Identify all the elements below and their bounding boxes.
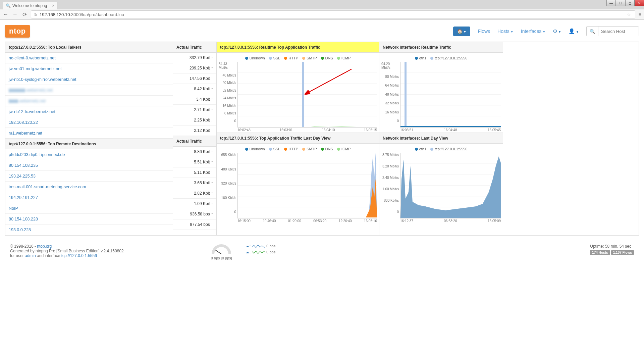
table-row: 2.12 Kbit ↑: [173, 126, 216, 136]
actual-traffic-header: Actual Traffic: [173, 42, 216, 53]
legend-item: ICMP: [337, 147, 351, 151]
legend-item: SMTP: [302, 147, 317, 151]
table-row: 936.58 bps ↑: [173, 209, 216, 219]
arrow-up-icon: ↑: [211, 55, 213, 60]
tab-strip: 🔍 Welcome to ntopng ×: [0, 0, 644, 9]
close-icon[interactable]: ×: [52, 3, 54, 8]
table-row: 192.168.120.22: [5, 117, 173, 128]
table-row: 193.0.0.228: [5, 225, 173, 235]
host-link[interactable]: ▮▮▮▮.webernetz.net: [9, 99, 46, 103]
host-link[interactable]: ra1.webernetz.net: [9, 131, 42, 136]
cloud-down-icon: ☁↓: [246, 250, 251, 254]
window-restore-button[interactable]: ❐: [616, 0, 625, 6]
table-row: 332.79 Kbit ↑: [173, 53, 216, 63]
table-row: ra1.webernetz.net: [5, 128, 173, 139]
nav-flows[interactable]: Flows: [478, 29, 490, 34]
arrow-up-icon: ↑: [211, 97, 213, 102]
table-row: NoIP: [5, 203, 173, 214]
app-traffic-column: tcp://127.0.0.1:5556: Realtime Top Appli…: [217, 42, 379, 235]
browser-menu-icon[interactable]: ≡: [639, 12, 641, 17]
window-close-button[interactable]: ✕: [635, 0, 644, 6]
home-button[interactable]: 🏠▼: [453, 27, 471, 36]
host-link[interactable]: NoIP: [9, 206, 18, 211]
arrow-up-icon: ↑: [211, 181, 213, 185]
ntop-link[interactable]: ntop.org: [37, 244, 52, 249]
host-link[interactable]: 80.154.108.228: [9, 217, 38, 221]
window-minimize-button[interactable]: —: [606, 0, 616, 6]
table-row: jw-nb12-lx.webernetz.net: [5, 106, 173, 117]
arrow-up-icon: ↑: [211, 170, 213, 175]
table-row: 3.4 Kbit ↑: [173, 94, 216, 105]
table-row: 80.154.108.235: [5, 160, 173, 171]
legend-item: ICMP: [337, 56, 351, 60]
legend-item: Unknown: [245, 56, 265, 60]
hosts-badge[interactable]: 174 Hosts: [590, 250, 610, 255]
traffic-value: 3.65 Kbit ↑: [173, 178, 216, 188]
home-icon: 🏠: [457, 29, 463, 34]
forward-icon[interactable]: →: [12, 11, 18, 17]
host-link[interactable]: nc-client-0.webernetz.net: [9, 56, 56, 60]
traffic-value: 2.71 Kbit ↑: [173, 105, 216, 115]
interface-column: Network Interfaces: Realtime Traffic eth…: [379, 42, 503, 235]
search-icon[interactable]: 🔍: [587, 27, 598, 36]
interface-link[interactable]: tcp://127.0.0.1:5556: [61, 253, 97, 258]
traffic-value: 5.51 Kbit ↑: [173, 157, 216, 167]
flows-badge[interactable]: 1,107 Flows: [611, 250, 634, 255]
ssl-spike: [302, 62, 304, 127]
table-row: 2.71 Kbit ↑: [173, 105, 216, 115]
footer-right: Uptime: 58 min, 54 sec 174 Hosts 1,107 F…: [590, 244, 634, 255]
table-row: 80.154.108.228: [5, 214, 173, 225]
host-link[interactable]: 194.29.191.227: [9, 195, 38, 200]
host-link[interactable]: jw-nb12-lx.webernetz.net: [9, 109, 55, 114]
arrow-up-icon: ↑: [211, 212, 213, 216]
host-link[interactable]: tms-mail-001.smart-metering-service.com: [9, 185, 86, 189]
traffic-value: 2.12 Kbit ↑: [173, 126, 216, 136]
search-icon: 🔍: [6, 3, 11, 8]
back-icon[interactable]: ←: [3, 11, 9, 17]
host-link[interactable]: 80.154.108.235: [9, 163, 38, 168]
reload-icon[interactable]: ⟳: [21, 11, 28, 18]
address-bar[interactable]: 🗎 192.168.120.10:3000/lua/pro/dashboard.…: [31, 10, 635, 18]
user-icon[interactable]: 👤▼: [569, 28, 579, 34]
window-buttons: — ❐ ◻ ✕: [606, 0, 644, 6]
host-link[interactable]: 193.0.0.228: [9, 228, 31, 232]
traffic-value: 1.09 Kbit ↑: [173, 199, 216, 209]
search-input[interactable]: [598, 27, 639, 36]
legend-item: SSL: [269, 147, 280, 151]
uptime-text: Uptime: 58 min, 54 sec: [590, 244, 634, 249]
url-host: 192.168.120.10: [40, 12, 70, 17]
svg-line-1: [215, 250, 221, 254]
nav-hosts[interactable]: Hosts: [497, 29, 509, 34]
legend-item: HTTP: [284, 56, 298, 60]
footer-left: © 1998-2016 - ntop.org Generated by ntop…: [10, 244, 124, 258]
arrow-down-icon: ↓: [211, 118, 213, 122]
traffic-value: 2.82 Kbit ↑: [173, 188, 216, 198]
arrow-up-icon: ↑: [211, 160, 213, 164]
table-row: 2.25 Kbit ↓: [173, 115, 216, 126]
host-link[interactable]: jw-nb10-syslog-mirror.webernetz.net: [9, 77, 76, 82]
arrow-up-icon: ↑: [211, 201, 213, 206]
host-link[interactable]: p5ddcf203.dip0.t-ipconnect.de: [9, 152, 65, 157]
host-link[interactable]: 193.24.225.53: [9, 174, 36, 179]
host-link[interactable]: 192.168.120.22: [9, 120, 38, 125]
legend-item: SMTP: [302, 56, 317, 60]
ntop-logo[interactable]: ntop: [5, 25, 30, 38]
gear-icon[interactable]: ⚙▼: [553, 28, 561, 34]
nav-interfaces[interactable]: Interfaces: [521, 29, 541, 34]
table-row: 1.09 Kbit ↑: [173, 199, 216, 209]
user-link[interactable]: admin: [25, 253, 36, 258]
host-link[interactable]: jw-vm01-mrtg.webernetz.net: [9, 66, 62, 71]
legend-item: eth1: [415, 56, 426, 60]
window-maximize-button[interactable]: ◻: [625, 0, 635, 6]
table-row: 877.54 bps ↑: [173, 219, 216, 230]
legend-item: tcp://127.0.0.1:5556: [430, 147, 467, 151]
table-row: 147.56 Kbit ↑: [173, 73, 216, 84]
caret-down-icon: ▼: [464, 30, 467, 34]
host-link[interactable]: ▮▮▮▮▮▮▮.webernetz.net: [9, 88, 53, 93]
footer: © 1998-2016 - ntop.org Generated by ntop…: [5, 236, 639, 265]
arrow-up-icon: ↑: [211, 107, 213, 112]
traffic-value: 332.79 Kbit ↑: [173, 53, 216, 63]
bookmark-star-icon[interactable]: ☆: [627, 12, 631, 17]
gauge-label: 0 bps [0 pps]: [211, 256, 232, 260]
browser-tab[interactable]: 🔍 Welcome to ntopng ×: [3, 2, 57, 9]
